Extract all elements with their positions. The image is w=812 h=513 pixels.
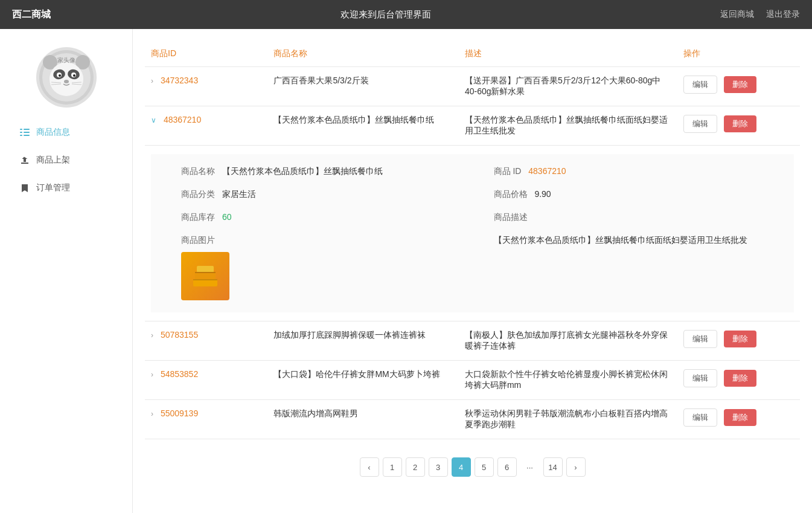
detail-cat-value: 家居生活 [222, 189, 256, 199]
detail-price: 商品价格 9.90 [494, 189, 782, 200]
product-desc: 【南极人】肤色加绒加厚打底裤女光腿神器秋冬外穿保暖裤子连体裤 [465, 330, 668, 350]
pagination-next[interactable]: › [566, 457, 586, 477]
table-row: › 55009139 韩版潮流内增高网鞋男 秋季运动休闲男鞋子韩版潮流帆布小白板… [145, 400, 800, 439]
row-id-cell: › 34732343 [145, 67, 267, 106]
sidebar-label-product-shelf: 商品上架 [36, 155, 70, 166]
row-action-cell: 编辑 删除 [677, 106, 800, 146]
delete-button[interactable]: 删除 [724, 331, 756, 347]
detail-image-section: 商品图片 [181, 235, 470, 300]
edit-button[interactable]: 编辑 [683, 115, 717, 133]
row-action-cell: 编辑 删除 [677, 321, 800, 361]
sidebar-label-product-info: 商品信息 [36, 127, 70, 138]
product-id: 34732343 [161, 76, 198, 85]
product-desc: 大口袋新款个性牛仔裤女哈伦裤显瘦小脚长裤宽松休闲垮裤大码胖mm [465, 369, 668, 390]
pagination-page-4[interactable]: 4 [452, 457, 471, 477]
edit-button[interactable]: 编辑 [683, 408, 717, 427]
edit-button[interactable]: 编辑 [683, 76, 717, 94]
avatar-text: 家头像 [57, 56, 75, 65]
table-row: › 34732343 广西百香果大果5/3/2斤装 【送开果器】广西百香果5斤2… [145, 67, 800, 106]
sidebar-item-product-info[interactable]: 商品信息 [10, 120, 123, 145]
row-action-cell: 编辑 删除 [677, 67, 800, 106]
back-to-shop-btn[interactable]: 返回商城 [720, 9, 754, 20]
main-content: 商品ID 商品名称 描述 操作 › 34732343 广西百香果大果5/3/2斤… [133, 29, 812, 513]
svg-rect-23 [197, 266, 214, 273]
svg-rect-18 [24, 132, 30, 133]
row-id-cell: › 55009139 [145, 400, 267, 439]
product-desc: 【天然竹浆本色品质纸巾】丝飘抽纸餐巾纸面纸妇婴适用卫生纸批发 [465, 115, 668, 135]
detail-stock-value: 60 [222, 212, 232, 222]
bookmark-icon [19, 182, 30, 193]
row-expand-toggle[interactable]: › [151, 370, 153, 379]
svg-point-8 [59, 74, 61, 77]
row-desc-cell: 秋季运动休闲男鞋子韩版潮流帆布小白板鞋百搭内增高夏季跑步潮鞋 [459, 400, 677, 439]
pagination-page-6[interactable]: 6 [497, 457, 517, 477]
sidebar-item-product-shelf[interactable]: 商品上架 [10, 147, 123, 173]
pagination-page-1[interactable]: 1 [383, 457, 402, 477]
svg-point-9 [73, 74, 75, 77]
detail-row: 商品名称 【天然竹浆本色品质纸巾】丝飘抽纸餐巾纸 商品 ID 48367210 … [145, 146, 800, 321]
avatar-face: 家头像 [39, 50, 94, 105]
row-expand-toggle[interactable]: › [151, 331, 153, 340]
product-name: 韩版潮流内增高网鞋男 [273, 408, 358, 418]
list-icon [19, 127, 30, 138]
sidebar: 家头像 商品信息 商品上架 订单管理 [0, 29, 133, 513]
product-id: 54853852 [161, 369, 198, 379]
row-expand-toggle[interactable]: › [151, 410, 153, 418]
top-navigation: 西二商城 欢迎来到后台管理界面 返回商城 退出登录 [0, 0, 812, 29]
pagination-ellipsis: ··· [520, 457, 540, 477]
product-id: 50783155 [161, 330, 198, 340]
table-row: › 50783155 加绒加厚打底踩脚脚裤保暖一体裤连裤袜 【南极人】肤色加绒加… [145, 321, 800, 361]
pagination-prev[interactable]: ‹ [360, 457, 379, 477]
detail-price-value: 9.90 [534, 189, 551, 199]
svg-rect-25 [195, 272, 216, 273]
sidebar-menu: 商品信息 商品上架 订单管理 [0, 120, 132, 203]
edit-button[interactable]: 编辑 [683, 330, 717, 348]
delete-button[interactable]: 删除 [724, 409, 756, 426]
svg-point-3 [50, 62, 83, 96]
delete-button[interactable]: 删除 [724, 370, 756, 387]
product-desc: 【送开果器】广西百香果5斤2/3斤12个大果60-80g中40-60g新鲜水果 [465, 76, 660, 96]
row-name-cell: 加绒加厚打底踩脚脚裤保暖一体裤连裤袜 [267, 321, 458, 361]
table-row: › 54853852 【大口袋】哈伦牛仔裤女胖MM大码萝卜垮裤 大口袋新款个性牛… [145, 361, 800, 400]
svg-rect-19 [20, 135, 22, 136]
row-expand-toggle[interactable]: ∨ [151, 116, 156, 124]
row-action-cell: 编辑 删除 [677, 400, 800, 439]
product-image [181, 252, 470, 300]
row-id-cell: › 50783155 [145, 321, 267, 361]
row-desc-cell: 【天然竹浆本色品质纸巾】丝飘抽纸餐巾纸面纸妇婴适用卫生纸批发 [459, 106, 677, 146]
detail-product-id: 商品 ID 48367210 [494, 166, 782, 177]
col-header-desc: 描述 [459, 41, 677, 67]
row-name-cell: 广西百香果大果5/3/2斤装 [267, 67, 458, 106]
svg-rect-16 [24, 129, 30, 130]
logout-btn[interactable]: 退出登录 [766, 9, 800, 20]
product-name: 【大口袋】哈伦牛仔裤女胖MM大码萝卜垮裤 [273, 369, 440, 379]
topnav-actions: 返回商城 退出登录 [720, 9, 800, 20]
pagination-page-3[interactable]: 3 [429, 457, 448, 477]
svg-rect-17 [20, 132, 22, 133]
edit-button[interactable]: 编辑 [683, 369, 717, 387]
row-expand-toggle[interactable]: › [151, 77, 153, 85]
detail-desc-label: 商品描述 [494, 212, 528, 222]
row-desc-cell: 【送开果器】广西百香果5斤2/3斤12个大果60-80g中40-60g新鲜水果 [459, 67, 677, 106]
detail-cell: 商品名称 【天然竹浆本色品质纸巾】丝飘抽纸餐巾纸 商品 ID 48367210 … [145, 146, 800, 321]
sidebar-item-order-mgmt[interactable]: 订单管理 [10, 175, 123, 201]
detail-desc-content: 【天然竹浆本色品质纸巾】丝飘抽纸餐巾纸面纸妇婴适用卫生纸批发 [494, 235, 782, 300]
product-image-placeholder [181, 252, 229, 300]
pagination-page-14[interactable]: 14 [543, 457, 563, 477]
pagination-page-2[interactable]: 2 [406, 457, 425, 477]
product-desc: 秋季运动休闲男鞋子韩版潮流帆布小白板鞋百搭内增高夏季跑步潮鞋 [465, 408, 668, 429]
pagination-page-5[interactable]: 5 [475, 457, 494, 477]
avatar: 家头像 [36, 47, 97, 108]
row-id-cell: ∨ 48367210 [145, 106, 267, 146]
sidebar-label-order-mgmt: 订单管理 [36, 182, 70, 193]
product-name: 广西百香果大果5/3/2斤装 [273, 76, 368, 85]
svg-rect-24 [193, 279, 217, 280]
detail-name-label: 商品名称 [181, 166, 215, 176]
welcome-text: 欢迎来到后台管理界面 [51, 9, 720, 21]
delete-button[interactable]: 删除 [724, 76, 756, 93]
svg-rect-20 [24, 135, 30, 136]
row-id-cell: › 54853852 [145, 361, 267, 400]
delete-button[interactable]: 删除 [724, 115, 756, 132]
col-header-name: 商品名称 [267, 41, 458, 67]
detail-image-label: 商品图片 [181, 235, 215, 245]
